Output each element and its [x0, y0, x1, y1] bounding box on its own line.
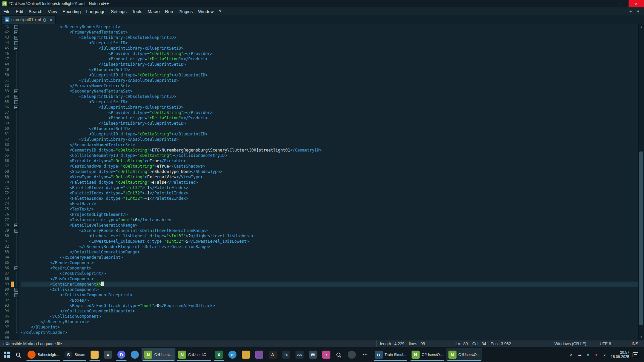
code-text[interactable]	[21, 335, 638, 340]
line-number[interactable]: 52	[0, 83, 11, 88]
menu-item-search[interactable]: Search	[26, 9, 45, 14]
taskbar-search-app[interactable]	[333, 348, 345, 361]
code-line-86[interactable]: 86<PosOriComponent>	[0, 265, 638, 271]
line-number[interactable]: 46	[0, 51, 11, 56]
code-line-91[interactable]: 91<cCollisionComponentBlueprint>	[0, 292, 638, 298]
code-line-96[interactable]: 96</cSceneryBlueprint>	[0, 319, 638, 324]
line-number[interactable]: 80	[0, 233, 11, 239]
code-line-67[interactable]: 67<CastsShadows d:type="cDeltaString">eT…	[0, 164, 638, 169]
line-number[interactable]: 64	[0, 147, 11, 153]
menu-item-run[interactable]: Run	[162, 9, 176, 14]
line-number[interactable]: 82	[0, 244, 11, 249]
line-number[interactable]: 71	[0, 185, 11, 190]
line-number[interactable]: 55	[0, 99, 11, 105]
line-number[interactable]: 61	[0, 131, 11, 137]
code-line-99[interactable]: 99	[0, 335, 638, 340]
line-number[interactable]: 83	[0, 249, 11, 255]
code-text[interactable]: <Provider d:type="cDeltaString"></Provid…	[21, 51, 638, 56]
line-number[interactable]: 54	[0, 94, 11, 99]
line-number[interactable]: 77	[0, 217, 11, 223]
taskbar-browser[interactable]	[128, 348, 142, 361]
taskbar-notepadpp-window-2[interactable]: NC:\Users\O...	[175, 348, 212, 361]
menu-item-plugins[interactable]: Plugins	[176, 9, 196, 14]
code-line-90[interactable]: 90<CollisionComponent>	[0, 287, 638, 292]
menu-item-view[interactable]: View	[45, 9, 60, 14]
code-line-79[interactable]: 79<cSceneryRenderBlueprint-sDetailLevelG…	[0, 228, 638, 233]
code-text[interactable]: <BlueprintID d:type="cDeltaString"></Blu…	[21, 131, 638, 137]
code-text[interactable]: </cBlueprintLoader>	[21, 330, 638, 335]
pin-icon[interactable]	[43, 18, 47, 22]
code-text[interactable]: <iBlueprintLibrary-cBlueprintSetID>	[21, 46, 638, 51]
maximize-button[interactable]: □	[613, 0, 629, 7]
code-text[interactable]: </CollisionComponent>	[21, 314, 638, 319]
taskbar-more-apps[interactable]: ⋯	[359, 348, 372, 361]
code-line-77[interactable]: 77<Instancable d:type="bool">0</Instanca…	[0, 217, 638, 223]
line-number[interactable]: 60	[0, 126, 11, 131]
line-number[interactable]: 43	[0, 35, 11, 40]
vertical-scrollbar[interactable]: ▲ ▼	[638, 24, 644, 340]
code-line-78[interactable]: 78<DetailLevelGenerationRange>	[0, 223, 638, 228]
close-button[interactable]: ×	[629, 0, 644, 7]
code-text[interactable]: </cSceneryRenderBlueprint-sDetailLevelGe…	[21, 244, 638, 249]
code-text[interactable]: </cCollisionComponentBlueprint>	[21, 308, 638, 314]
code-text[interactable]: <ContainerComponent/>	[21, 282, 638, 287]
code-line-55[interactable]: 55<BlueprintSetID>	[0, 99, 638, 105]
line-number[interactable]: 69	[0, 174, 11, 180]
code-text[interactable]: <Palettised d:type="cDeltaString">eFalse…	[21, 180, 638, 185]
code-text[interactable]: <ShadowType d:type="cDeltaString">eShado…	[21, 169, 638, 174]
line-number[interactable]: 70	[0, 180, 11, 185]
line-number[interactable]: 59	[0, 121, 11, 126]
code-line-87[interactable]: 87<cPosOriBlueprint/>	[0, 271, 638, 276]
line-number[interactable]: 65	[0, 153, 11, 158]
scrollbar-thumb[interactable]	[639, 152, 643, 325]
code-line-43[interactable]: 43<iBlueprintLibrary-cAbsoluteBlueprintI…	[0, 35, 638, 40]
code-line-60[interactable]: 60</BlueprintSetID>	[0, 126, 638, 131]
code-text[interactable]: <DetailLevelGenerationRange>	[21, 223, 638, 228]
tab-list-button[interactable]: ▼	[636, 9, 640, 13]
code-text[interactable]: <ProjectedLightElement/>	[21, 212, 638, 217]
menu-item-help[interactable]: ?	[216, 9, 224, 14]
code-line-75[interactable]: 75<TexText/>	[0, 206, 638, 212]
fold-collapse-icon[interactable]	[14, 105, 19, 110]
fold-collapse-icon[interactable]	[14, 88, 19, 94]
menu-item-settings[interactable]: Settings	[108, 9, 129, 14]
line-number[interactable]: 56	[0, 105, 11, 110]
code-text[interactable]: <PrimaryNamedTextureSet>	[21, 29, 638, 35]
line-number[interactable]: 75	[0, 206, 11, 212]
code-text[interactable]: <Product d:type="cDeltaString"></Product…	[21, 56, 638, 62]
line-number[interactable]: 79	[0, 228, 11, 233]
code-text[interactable]: <cPosOriBlueprint/>	[21, 271, 638, 276]
fold-collapse-icon[interactable]	[14, 223, 19, 228]
code-text[interactable]: </SecondaryNamedTextureSet>	[21, 142, 638, 147]
code-line-95[interactable]: 95</CollisionComponent>	[0, 314, 638, 319]
code-line-73[interactable]: 73<Palette2Index d:type="sInt32">-1</Pal…	[0, 196, 638, 201]
code-line-64[interactable]: 64<GeometryID d:type="cDeltaString">DTG\…	[0, 147, 638, 153]
taskbar-notepadpp-streetlight[interactable]: NC:\Users\...	[142, 348, 175, 361]
code-text[interactable]: <CollisionComponent>	[21, 287, 638, 292]
line-number[interactable]: 88	[0, 276, 11, 282]
line-number[interactable]: 58	[0, 115, 11, 121]
code-line-49[interactable]: 49</BlueprintSetID>	[0, 67, 638, 72]
line-number[interactable]: 47	[0, 56, 11, 62]
code-line-58[interactable]: 58<Product d:type="cDeltaString"></Produ…	[0, 115, 638, 121]
code-line-57[interactable]: 57<Provider d:type="cDeltaString"></Prov…	[0, 110, 638, 115]
code-line-83[interactable]: 83</DetailLevelGenerationRange>	[0, 249, 638, 255]
line-number[interactable]: 62	[0, 137, 11, 142]
code-text[interactable]: </BlueprintSetID>	[21, 67, 638, 72]
tab-streetlight01[interactable]: streetlight01.xml ×	[1, 15, 56, 24]
code-text[interactable]: </RenderComponent>	[21, 260, 638, 265]
line-number[interactable]: 73	[0, 196, 11, 201]
taskbar-discord[interactable]: D	[115, 348, 128, 361]
code-text[interactable]: <Boxes/>	[21, 298, 638, 303]
taskbar-notepadpp-window-4[interactable]: NC:\Users\O...	[446, 348, 483, 361]
code-text[interactable]: </iBlueprintLibrary-cAbsoluteBlueprintID…	[21, 137, 638, 142]
code-text[interactable]: <RequiredAtEndOfTrack d:type="bool">0</R…	[21, 303, 638, 308]
code-line-82[interactable]: 82</cSceneryRenderBlueprint-sDetailLevel…	[0, 244, 638, 249]
code-line-69[interactable]: 69<ViewType d:type="cDeltaString">Extern…	[0, 174, 638, 180]
scroll-up-icon[interactable]: ▲	[639, 24, 644, 30]
code-line-47[interactable]: 47<Product d:type="cDeltaString"></Produ…	[0, 56, 638, 62]
menu-item-tools[interactable]: Tools	[129, 9, 145, 14]
line-number[interactable]: 89	[0, 282, 11, 287]
code-text[interactable]: </Blueprint>	[21, 324, 638, 330]
line-number[interactable]: 97	[0, 324, 11, 330]
